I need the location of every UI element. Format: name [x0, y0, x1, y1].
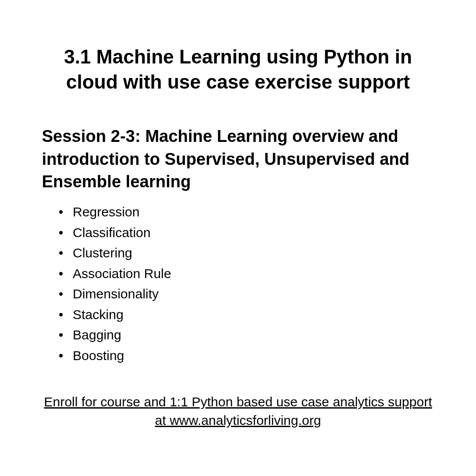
list-item: Association Rule: [73, 264, 434, 284]
list-item: Stacking: [73, 305, 434, 325]
list-item: Regression: [73, 202, 434, 223]
list-item: Dimensionality: [73, 284, 434, 305]
enroll-link[interactable]: Enroll for course and 1:1 Python based u…: [42, 393, 434, 430]
list-item: Boosting: [73, 346, 434, 366]
session-heading: Session 2-3: Machine Learning overview a…: [42, 125, 434, 193]
page-title: 3.1 Machine Learning using Python in clo…: [42, 44, 434, 94]
topic-list: Regression Classification Clustering Ass…: [42, 202, 434, 366]
list-item: Bagging: [73, 325, 434, 346]
list-item: Clustering: [73, 243, 434, 264]
list-item: Classification: [73, 223, 434, 243]
